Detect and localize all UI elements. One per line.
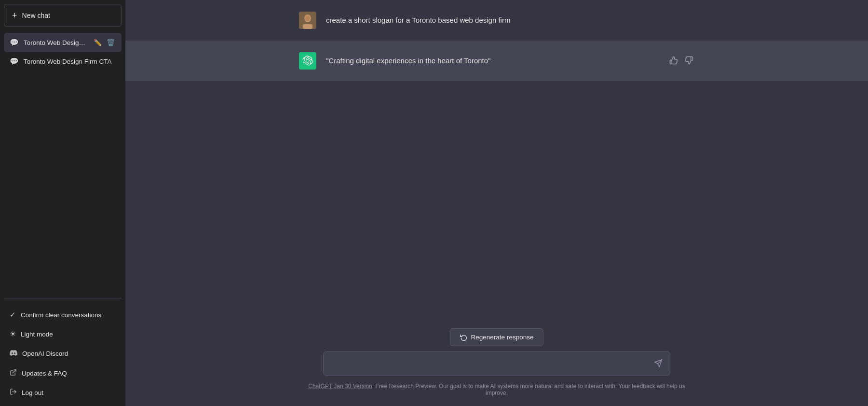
sun-icon: ☀ [10,330,16,338]
delete-chat-button[interactable]: 🗑️ [106,38,116,47]
plus-icon: + [12,11,17,20]
assistant-message-row: "Crafting digital experiences in the hea… [125,41,868,81]
footer-text: ChatGPT Jan 30 Version. Free Research Pr… [304,383,690,402]
assistant-avatar [299,52,316,70]
send-icon [654,359,663,368]
discord-label: OpenAI Discord [22,350,68,357]
svg-point-4 [305,15,310,21]
external-link-icon [10,369,17,378]
main-content: create a short slogan for a Toronto base… [125,0,868,406]
chat-item-actions: ✏️ 🗑️ [93,38,116,47]
message-feedback [668,52,694,68]
logout-item[interactable]: Log out [4,383,122,402]
updates-faq-item[interactable]: Updates & FAQ [4,364,122,383]
thumbs-down-button[interactable] [684,55,694,68]
discord-icon [10,349,17,358]
svg-rect-5 [303,24,312,29]
chat-bubble-icon-2: 💬 [10,57,19,66]
input-container [323,351,670,378]
send-button[interactable] [652,357,665,372]
user-message-row: create a short slogan for a Toronto base… [125,0,868,41]
chat-item-label-2: Toronto Web Design Firm CTA [24,58,116,65]
chat-input[interactable] [323,351,670,376]
chat-item-2[interactable]: 💬 Toronto Web Design Firm CTA [4,52,122,70]
edit-chat-button[interactable]: ✏️ [93,38,103,47]
confirm-clear-label: Confirm clear conversations [21,311,101,319]
logout-icon [10,388,17,397]
chat-item-active[interactable]: 💬 Toronto Web Design Sl ✏️ 🗑️ [4,33,122,52]
user-avatar [299,12,316,29]
check-icon: ✓ [10,310,16,319]
updates-faq-label: Updates & FAQ [22,370,67,377]
footer-description: . Free Research Preview. Our goal is to … [372,383,685,396]
assistant-message-text: "Crafting digital experiences in the hea… [326,52,659,67]
regenerate-label: Regenerate response [471,334,534,341]
discord-item[interactable]: OpenAI Discord [4,344,122,364]
input-area: Regenerate response ChatGPT Jan 30 Versi… [125,319,868,406]
new-chat-button[interactable]: + New chat [4,4,122,27]
confirm-clear-item[interactable]: ✓ Confirm clear conversations [4,305,122,324]
thumbs-up-button[interactable] [668,55,679,68]
assistant-message-inner: "Crafting digital experiences in the hea… [280,52,714,70]
sidebar-divider [4,298,122,298]
user-message-text: create a short slogan for a Toronto base… [326,12,694,26]
new-chat-label: New chat [22,12,50,19]
light-mode-label: Light mode [21,331,53,338]
logout-label: Log out [22,389,43,396]
regenerate-button[interactable]: Regenerate response [450,328,544,346]
chatgpt-version-link[interactable]: ChatGPT Jan 30 Version [308,383,372,390]
messages-area: create a short slogan for a Toronto base… [125,0,868,319]
chat-item-label-1: Toronto Web Design Sl [24,39,88,46]
sidebar-bottom: ✓ Confirm clear conversations ☀ Light mo… [0,301,125,406]
light-mode-item[interactable]: ☀ Light mode [4,324,122,344]
user-message-inner: create a short slogan for a Toronto base… [280,12,714,29]
chat-list: 💬 Toronto Web Design Sl ✏️ 🗑️ 💬 Toronto … [0,31,125,295]
svg-line-0 [13,370,16,373]
regenerate-icon [460,334,467,341]
sidebar: + New chat 💬 Toronto Web Design Sl ✏️ 🗑️… [0,0,125,406]
chat-bubble-icon: 💬 [10,38,19,47]
